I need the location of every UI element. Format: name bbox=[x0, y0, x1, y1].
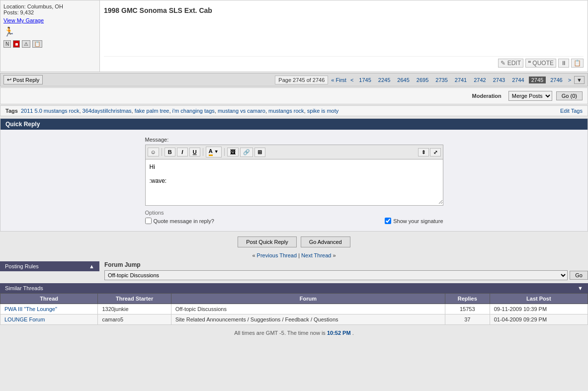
moderation-label: Moderation bbox=[472, 93, 502, 99]
moderation-select[interactable]: Merge Posts bbox=[508, 91, 552, 101]
options-label: Options bbox=[145, 210, 443, 216]
wrap-button[interactable]: ⊞ bbox=[254, 148, 265, 157]
tag-link-5[interactable]: mustang vs camaro bbox=[218, 108, 265, 114]
quote-button[interactable]: ❝ QUOTE bbox=[525, 59, 556, 68]
tag-link-4[interactable]: i'm changing tags bbox=[172, 108, 215, 114]
forum-jump-select[interactable]: Off-topic Discussions bbox=[104, 270, 568, 280]
current-page: 2745 bbox=[529, 77, 546, 83]
page-link-2245[interactable]: 2245 bbox=[376, 77, 393, 83]
table-row: PWA III "The Lounge" 1320junkie Off-topi… bbox=[0, 304, 588, 314]
next-thread-link[interactable]: Next Thread bbox=[301, 252, 331, 258]
dropdown-icon[interactable]: ▼ bbox=[574, 76, 585, 84]
page-info: Page 2745 of 2746 bbox=[275, 76, 328, 84]
signature-checkbox[interactable] bbox=[385, 218, 391, 224]
toolbar-separator-3 bbox=[224, 148, 225, 156]
quote-checkbox[interactable] bbox=[145, 218, 152, 224]
next-page-link[interactable]: > bbox=[567, 77, 572, 83]
prev-page-link[interactable]: < bbox=[349, 77, 354, 83]
tags-label: Tags bbox=[5, 108, 18, 114]
view-garage-link[interactable]: View My Garage bbox=[3, 17, 44, 23]
tag-link-1[interactable]: 2011 5.0 mustangs rock bbox=[21, 108, 79, 114]
page-link-2742[interactable]: 2742 bbox=[471, 77, 488, 83]
expand-editor-button[interactable]: ⤢ bbox=[430, 148, 441, 156]
post-quick-reply-button[interactable]: Post Quick Reply bbox=[238, 236, 296, 247]
user-badge-1: N bbox=[3, 40, 11, 48]
col-thread: Thread bbox=[0, 294, 98, 304]
page-link-2743[interactable]: 2743 bbox=[491, 77, 507, 83]
user-badge-4: 📋 bbox=[32, 40, 42, 48]
thread-link-2[interactable]: LOUNGE Forum bbox=[4, 316, 45, 322]
starter-2: camaro5 bbox=[98, 314, 171, 325]
forum-1: Off-topic Discussions bbox=[171, 304, 445, 314]
forum-2: Site Related Announcements / Suggestions… bbox=[171, 314, 445, 325]
user-icon: 🏃 bbox=[3, 26, 96, 37]
quick-reply-header: Quick Reply bbox=[0, 119, 588, 130]
toolbar-separator-1 bbox=[162, 148, 162, 156]
table-row: LOUNGE Forum camaro5 Site Related Announ… bbox=[0, 314, 588, 325]
last-post-1: 09-11-2009 10:39 PM bbox=[490, 304, 588, 314]
page-link-2645[interactable]: 2645 bbox=[395, 77, 412, 83]
reply-icon: ↩ bbox=[7, 77, 11, 83]
first-page-link[interactable]: « First bbox=[330, 77, 347, 83]
footer-text-before: All times are GMT -5. The time now is bbox=[234, 330, 326, 336]
thread-nav-prefix: « bbox=[252, 252, 255, 258]
thread-nav-suffix: » bbox=[333, 252, 336, 258]
message-label: Message: bbox=[145, 137, 443, 143]
tag-link-7[interactable]: spike is moty bbox=[307, 108, 339, 114]
col-starter: Thread Starter bbox=[98, 294, 171, 304]
tag-link-3[interactable]: fake palm tree bbox=[135, 108, 169, 114]
col-forum: Forum bbox=[171, 294, 445, 304]
similar-threads-collapse-icon[interactable]: ▼ bbox=[578, 285, 583, 291]
bold-button[interactable]: B bbox=[165, 148, 175, 156]
page-link-2746[interactable]: 2746 bbox=[548, 77, 565, 83]
starter-1: 1320junkie bbox=[98, 304, 171, 314]
page-link-2735[interactable]: 2735 bbox=[433, 77, 450, 83]
page-link-2741[interactable]: 2741 bbox=[452, 77, 469, 83]
moderation-go-button[interactable]: Go (0) bbox=[556, 91, 583, 100]
col-last-post: Last Post bbox=[490, 294, 588, 304]
post-reply-button[interactable]: ↩ Post Reply bbox=[3, 75, 43, 84]
footer-time-link[interactable]: 10:52 PM bbox=[327, 330, 351, 336]
toolbar-separator-2 bbox=[203, 148, 203, 156]
user-badge-2: ■ bbox=[13, 40, 20, 48]
color-dropdown-icon: ▼ bbox=[214, 149, 219, 154]
replies-1: 15753 bbox=[445, 304, 490, 314]
font-color-button[interactable]: A ▼ bbox=[206, 147, 222, 157]
posting-rules-toggle[interactable]: Posting Rules ▲ bbox=[0, 261, 99, 271]
message-textarea[interactable]: Hi :wave: bbox=[146, 159, 443, 204]
col-replies: Replies bbox=[445, 294, 490, 304]
pause-button[interactable]: ⏸ bbox=[558, 59, 569, 68]
go-advanced-button[interactable]: Go Advanced bbox=[301, 236, 350, 247]
posting-rules-label: Posting Rules bbox=[5, 263, 39, 269]
underline-button[interactable]: U bbox=[189, 148, 200, 156]
edit-button[interactable]: ✎ EDIT bbox=[498, 59, 523, 68]
italic-button[interactable]: I bbox=[177, 148, 188, 156]
report-button[interactable]: 📋 bbox=[571, 59, 584, 68]
thread-link-1[interactable]: PWA III "The Lounge" bbox=[4, 306, 57, 312]
forum-jump-label: Forum Jump bbox=[104, 261, 588, 268]
smilie-button[interactable]: ☺ bbox=[148, 148, 159, 156]
edit-tags-link[interactable]: Edit Tags bbox=[560, 108, 583, 114]
user-posts: Posts: 9,432 bbox=[3, 9, 96, 15]
replies-2: 37 bbox=[445, 314, 490, 325]
forum-jump-go-button[interactable]: Go bbox=[570, 271, 588, 280]
user-location: Location: Columbus, OH bbox=[3, 3, 96, 9]
page-link-2695[interactable]: 2695 bbox=[414, 77, 431, 83]
user-badge-3: ⚠ bbox=[22, 40, 30, 48]
quote-label: Quote message in reply? bbox=[154, 218, 214, 224]
signature-label: Show your signature bbox=[393, 218, 443, 224]
insert-image-button[interactable]: 🖼 bbox=[227, 148, 239, 156]
posting-rules-arrow-icon: ▲ bbox=[89, 263, 94, 269]
insert-link-button[interactable]: 🔗 bbox=[240, 148, 253, 157]
page-link-1745[interactable]: 1745 bbox=[356, 77, 373, 83]
previous-thread-link[interactable]: Previous Thread bbox=[257, 252, 297, 258]
similar-threads-label: Similar Threads bbox=[5, 285, 43, 291]
resize-button[interactable]: ⇕ bbox=[418, 148, 429, 156]
tag-link-6[interactable]: mustangs rock bbox=[268, 108, 304, 114]
page-link-2744[interactable]: 2744 bbox=[509, 77, 526, 83]
last-post-2: 01-04-2009 09:29 PM bbox=[490, 314, 588, 325]
car-title: 1998 GMC Sonoma SLS Ext. Cab bbox=[104, 4, 584, 16]
footer-text-after: . bbox=[352, 330, 354, 336]
tag-link-2[interactable]: 364daystillchristmas bbox=[83, 108, 132, 114]
